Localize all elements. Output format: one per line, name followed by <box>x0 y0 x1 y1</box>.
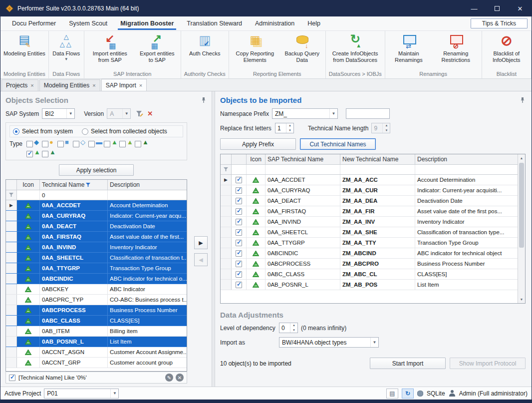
stepper-down-icon[interactable]: ▼ <box>286 128 293 133</box>
table-row[interactable]: 0AA_FIRSTAQ Asset value date of the firs… <box>6 232 187 242</box>
type-checkbox[interactable] <box>42 140 57 147</box>
type-checkbox[interactable] <box>57 140 73 147</box>
type-checkbox[interactable] <box>26 150 42 157</box>
sap-system-combo[interactable]: BI2 ▼ <box>42 108 75 119</box>
scroll-up-icon[interactable]: ▲ <box>518 154 525 162</box>
stepper-down-icon[interactable]: ▼ <box>290 328 297 333</box>
table-scrollbar[interactable]: ▲ ▼ <box>518 154 525 303</box>
cut-technical-names-button[interactable]: Cut Technical Names <box>300 138 376 150</box>
table-row[interactable]: ▶ 0AA_ACCDET Account Determination <box>6 200 187 211</box>
row-checkbox[interactable] <box>236 271 242 278</box>
row-checkbox[interactable] <box>236 240 242 246</box>
stepper-up-icon[interactable]: ▲ <box>290 323 297 328</box>
import-table-row[interactable]: ▶ 0AA_ACCDET ZM_AA_ACC Account Determina… <box>221 175 518 185</box>
filter-enabled-checkbox[interactable] <box>9 375 15 381</box>
ribbon-button[interactable]: Renaming Restrictions <box>431 32 481 63</box>
column-header-new-name[interactable]: New Technical Name <box>340 154 415 164</box>
edit-filter-button[interactable]: ✎ <box>165 374 173 382</box>
ribbon-button[interactable]: Maintain Renamings <box>386 32 431 63</box>
table-row[interactable]: 0AA_INVIND Inventory Indicator <box>6 242 187 253</box>
column-header-icon[interactable]: Icon <box>17 180 40 190</box>
row-checkbox[interactable] <box>236 250 242 257</box>
ribbon-button[interactable]: Auth Checks <box>187 32 222 57</box>
column-header-description[interactable]: Description <box>108 180 187 190</box>
import-table-row[interactable]: 0AA_CURYRAQ ZM_AA_CUR Indicator: Current… <box>221 185 518 196</box>
row-checkbox[interactable] <box>236 198 242 204</box>
scroll-down-icon[interactable]: ▼ <box>518 296 525 303</box>
column-header-technical-name[interactable]: Technical Name <box>40 180 108 190</box>
type-checkbox[interactable] <box>42 150 57 157</box>
table-row[interactable]: 0AA_CURYRAQ Indicator: Current-year acqu… <box>6 211 187 221</box>
radio-select-from-system[interactable]: Select from system <box>13 128 73 135</box>
table-row[interactable]: 0AA_DEACT Deactivation Date <box>6 221 187 232</box>
import-table-row[interactable]: 0ABCPROCESS ZM_ABCPRO Business Process N… <box>221 259 518 269</box>
minimize-button[interactable]: — <box>463 0 486 16</box>
import-table-row[interactable]: 0AA_TTYGRP ZM_AA_TTY Transaction Type Gr… <box>221 238 518 248</box>
namespace-custom-input[interactable] <box>346 108 390 119</box>
table-row[interactable]: 0ABCPROCESS Business Process Number <box>6 305 187 316</box>
type-checkbox[interactable] <box>104 140 119 147</box>
row-checkbox[interactable] <box>236 187 242 194</box>
table-row[interactable]: 0ABCINDIC ABC indicator for technical o.… <box>6 274 187 284</box>
import-table-row[interactable]: 0AA_INVIND ZM_AA_INV Inventory Indicator <box>221 217 518 227</box>
row-checkbox[interactable] <box>236 208 242 215</box>
tab-close-icon[interactable]: × <box>92 82 95 88</box>
type-checkbox[interactable] <box>119 140 135 147</box>
ribbon-button[interactable]: Data Flows ▾ <box>50 32 83 61</box>
menu-item[interactable]: Help <box>301 16 327 30</box>
ribbon-button[interactable]: Backup Query Data <box>280 32 324 63</box>
tab-close-icon[interactable]: × <box>30 82 33 88</box>
grid-tool-button[interactable]: ▤ <box>386 389 398 399</box>
row-checkbox[interactable] <box>236 261 242 267</box>
ribbon-button[interactable]: Blacklist of InfoObjects <box>483 32 530 63</box>
import-as-combo[interactable]: BW/4HANA object types ▼ <box>279 337 379 348</box>
maximize-button[interactable] <box>486 0 509 16</box>
table-row[interactable]: 0ABCKEY ABC Indicator <box>6 284 187 295</box>
table-row[interactable]: 0AA_TTYGRP Transaction Type Group <box>6 263 187 274</box>
type-checkbox[interactable] <box>88 140 104 147</box>
column-header-description[interactable]: Description <box>415 154 518 164</box>
column-header-icon[interactable]: Icon <box>247 154 266 164</box>
row-checkbox[interactable] <box>236 229 242 236</box>
pin-icon[interactable] <box>201 97 207 103</box>
type-checkbox[interactable] <box>26 140 42 147</box>
namespace-prefix-combo[interactable]: ZM_ ▼ <box>272 108 338 119</box>
ribbon-button[interactable]: Import entities from SAP <box>85 32 135 63</box>
column-header-sap-name[interactable]: SAP Technical Name <box>266 154 340 164</box>
horizontal-splitter[interactable] <box>220 304 526 309</box>
stepper-up-icon[interactable]: ▲ <box>286 123 293 128</box>
import-table-row[interactable]: 0AA_FIRSTAQ ZM_AA_FIR Asset value date o… <box>221 206 518 217</box>
ribbon-button[interactable]: Export entities to SAP <box>135 32 180 63</box>
ribbon-button[interactable]: Create InfoObjects from DataSources <box>330 32 380 63</box>
start-import-button[interactable]: Start Import <box>370 358 446 369</box>
tab-close-icon[interactable]: × <box>139 82 142 88</box>
scrollbar-thumb[interactable] <box>519 163 524 248</box>
radio-select-from-collected[interactable]: Select from collected objects <box>82 128 167 135</box>
type-checkbox[interactable] <box>135 140 150 147</box>
move-right-button[interactable]: ▶ <box>194 236 208 249</box>
column-header-checked[interactable] <box>232 154 247 164</box>
menu-item[interactable]: Docu Performer <box>5 16 62 30</box>
import-table-row[interactable]: 0ABCINDIC ZM_ABCIND ABC indicator for te… <box>221 248 518 259</box>
document-tab[interactable]: Modeling Entities × <box>39 79 100 91</box>
refresh-button[interactable]: ↻ <box>402 389 414 399</box>
pin-icon[interactable] <box>520 97 526 103</box>
filter-value[interactable]: 0 <box>40 190 108 200</box>
menu-item[interactable]: Administration <box>249 16 301 30</box>
import-table-row[interactable]: 0AB_POSNR_L ZM_AB_POS List Item <box>221 280 518 290</box>
document-tab[interactable]: Projects × <box>1 79 38 91</box>
menu-item[interactable]: Translation Steward <box>180 16 249 30</box>
clear-filter-button[interactable]: ✕ <box>176 374 184 382</box>
import-table-row[interactable]: 0ABC_CLASS ZM_ABC_CL CLASS[ES] <box>221 269 518 280</box>
table-row[interactable]: 0ABCPRC_TYP CO-ABC: Business process t..… <box>6 295 187 305</box>
ribbon-button[interactable]: Copy Reporting Elements <box>230 32 280 63</box>
menu-item[interactable]: System Scout <box>62 16 114 30</box>
user-label[interactable]: Admin (Full administrator) <box>459 390 528 397</box>
table-row[interactable]: 0ACCNT_ASGN Customer Account Assignme... <box>6 347 187 358</box>
filter-row[interactable] <box>221 165 518 175</box>
apply-selection-button[interactable]: Apply selection <box>59 164 134 176</box>
clear-filter-icon[interactable]: ✕ <box>147 110 153 117</box>
filter-row[interactable]: 0 <box>6 190 187 200</box>
table-row[interactable]: 0ABC_CLASS CLASS[ES] <box>6 316 187 326</box>
import-table-row[interactable]: 0AA_DEACT ZM_AA_DEA Deactivation Date <box>221 196 518 206</box>
